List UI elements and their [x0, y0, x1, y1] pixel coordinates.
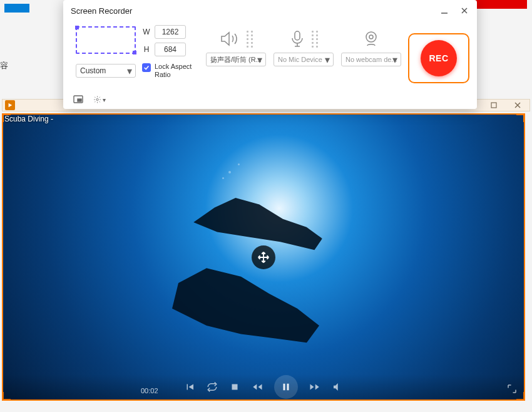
settings-button[interactable]: ▾ [93, 93, 106, 106]
lock-aspect-checkbox[interactable] [142, 63, 151, 72]
player-app-icon [5, 100, 15, 110]
vc-volume-icon[interactable] [332, 381, 343, 393]
svg-point-12 [366, 32, 376, 42]
vc-pause-button[interactable] [274, 375, 298, 399]
svg-rect-5 [232, 384, 238, 390]
svg-point-16 [96, 98, 98, 100]
svg-point-13 [369, 35, 373, 39]
vc-rewind-icon[interactable] [252, 381, 263, 393]
height-label: H [142, 45, 151, 54]
height-input[interactable] [155, 43, 186, 56]
video-controls: 00:02 [3, 374, 524, 399]
bubble [228, 171, 231, 173]
panel-titlebar[interactable]: Screen Recorder [63, 0, 477, 21]
mic-level-icon [312, 31, 318, 48]
webcam-section: No webcam de... ▾ [337, 25, 405, 90]
vc-forward-icon[interactable] [309, 381, 320, 393]
record-label: REC [429, 53, 448, 63]
lock-aspect-label: Lock Aspect Ratio [155, 63, 200, 79]
record-section: REC [405, 25, 473, 90]
bg-blue-tag [4, 4, 29, 13]
bg-sidebar-fragment: 容 [0, 60, 8, 71]
record-button[interactable]: REC [421, 40, 457, 76]
panel-title: Screen Recorder [71, 6, 132, 16]
region-section: W H Custom ▾ [71, 25, 200, 90]
vc-loop-icon[interactable] [207, 381, 218, 393]
webcam-select[interactable]: No webcam de... ▾ [341, 53, 401, 66]
player-close-button[interactable] [513, 101, 522, 110]
capture-handle-tr[interactable] [516, 113, 525, 122]
scuba-diver-silhouette [166, 262, 322, 368]
svg-rect-7 [287, 384, 289, 391]
bg-red-tag [471, 0, 527, 9]
audio-level-icon [247, 31, 253, 48]
webcam-icon [362, 29, 381, 48]
close-button[interactable] [459, 6, 469, 16]
capture-region[interactable]: Scuba Diving - 00:02 [2, 113, 525, 401]
playback-time: 00:02 [141, 387, 158, 394]
svg-rect-11 [295, 31, 300, 40]
width-label: W [142, 28, 151, 36]
bubble [238, 163, 240, 165]
capture-overlay-title: Scuba Diving - [4, 115, 53, 123]
mic-section: No Mic Device ▾ [270, 25, 337, 90]
width-input[interactable] [155, 25, 186, 39]
chevron-down-icon: ▾ [103, 96, 106, 103]
player-maximize-button[interactable] [489, 101, 498, 110]
move-handle-icon[interactable] [252, 245, 275, 269]
screen-recorder-panel: Screen Recorder W H [63, 0, 477, 109]
minimize-button[interactable] [439, 6, 449, 16]
record-frame: REC [408, 33, 469, 83]
panel-footer: ▾ [63, 90, 477, 109]
svg-rect-6 [284, 384, 285, 391]
svg-rect-15 [78, 99, 81, 101]
region-preview[interactable] [76, 26, 136, 54]
svg-rect-2 [491, 103, 496, 108]
svg-marker-0 [9, 103, 13, 107]
vc-prev-icon[interactable] [184, 381, 195, 393]
audio-out-section: 扬声器/听筒 (R... ▾ [202, 25, 270, 90]
vc-fullscreen-icon[interactable] [506, 383, 518, 394]
microphone-icon [289, 29, 305, 48]
vc-stop-icon[interactable] [229, 381, 240, 393]
pip-icon[interactable] [72, 93, 84, 106]
speaker-icon [219, 29, 240, 48]
audio-out-select[interactable]: 扬声器/听筒 (R... ▾ [206, 53, 266, 66]
region-preset-select[interactable]: Custom [76, 64, 136, 78]
gear-icon [93, 95, 101, 105]
bubble [222, 177, 224, 179]
mic-select[interactable]: No Mic Device ▾ [274, 53, 334, 66]
